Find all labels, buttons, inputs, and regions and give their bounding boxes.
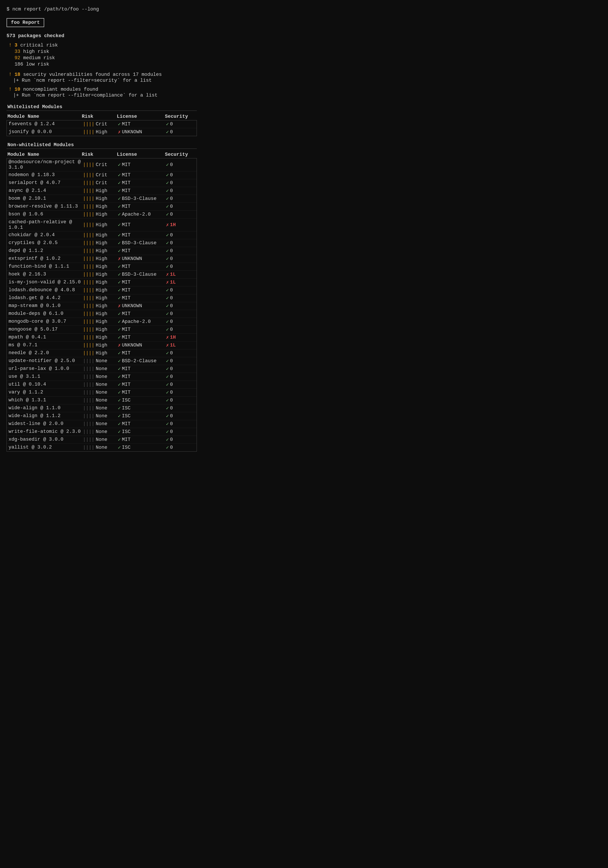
license-value: ISC: [122, 406, 131, 411]
security-cell: ✓ 0: [166, 248, 201, 254]
check-icon: ✓: [166, 211, 169, 217]
whitelisted-section: Whitelisted Modules Module Name Risk Lic…: [6, 104, 197, 136]
table-row: jsonify @ 0.0.0|||| High✗ UNKNOWN✓ 0: [7, 128, 197, 136]
license-cell: ✓ MIT: [118, 350, 166, 356]
license-cell: ✓ MIT: [118, 374, 166, 380]
license-cell: ✓ MIT: [118, 172, 166, 178]
risk-label: Crit: [96, 121, 107, 127]
check-icon: ✓: [118, 180, 121, 186]
module-name: chokidar @ 2.0.4: [9, 232, 83, 238]
table-row: use @ 3.1.1|||| None✓ MIT✓ 0: [7, 373, 197, 381]
table-row: lodash.debounce @ 4.0.8|||| High✓ MIT✓ 0: [7, 287, 197, 294]
security-cell: ✓ 0: [166, 188, 201, 194]
table-row: vary @ 1.1.2|||| None✓ MIT✓ 0: [7, 389, 197, 397]
risk-cell: |||| High: [83, 219, 118, 230]
license-cell: ✓ MIT: [118, 421, 166, 427]
module-name: update-notifier @ 2.5.0: [9, 358, 83, 364]
non-whitelisted-title: Non-whitelisted Modules: [6, 142, 197, 148]
check-icon: ✓: [118, 121, 121, 127]
table-row: yallist @ 3.0.2|||| None✓ ISC✓ 0: [7, 444, 197, 451]
security-value: 0: [170, 398, 173, 403]
risk-bars: ||||: [83, 429, 95, 434]
license-cell: ✓ ISC: [118, 397, 166, 403]
risk-label: None: [96, 421, 107, 427]
risk-label: Crit: [96, 162, 107, 167]
check-icon: ✓: [166, 162, 169, 168]
license-cell: ✓ ISC: [118, 445, 166, 451]
license-cell: ✗ UNKNOWN: [118, 303, 166, 309]
whitelisted-divider: [6, 110, 197, 111]
module-name: async @ 2.1.4: [9, 188, 83, 194]
security-value: 0: [170, 288, 173, 293]
license-value: MIT: [122, 335, 131, 340]
module-name: @nodesource/ncm-project @ 3.1.0: [9, 159, 83, 170]
security-cell: ✓ 0: [166, 421, 201, 427]
risk-cell: |||| High: [83, 350, 118, 356]
table-row: update-notifier @ 2.5.0|||| None✓ BSD-2-…: [7, 357, 197, 365]
check-icon: ✓: [118, 248, 121, 254]
module-name: map-stream @ 0.1.0: [9, 303, 83, 309]
module-name: cryptiles @ 2.0.5: [9, 240, 83, 246]
security-cell: ✓ 0: [166, 358, 201, 364]
check-icon: ✓: [166, 180, 169, 186]
module-name: which @ 1.3.1: [9, 397, 83, 403]
check-icon: ✓: [118, 211, 121, 217]
risk-bars: ||||: [83, 437, 95, 442]
license-value: UNKNOWN: [122, 256, 142, 262]
license-cell: ✓ ISC: [118, 405, 166, 411]
security-value: 0: [170, 212, 173, 217]
table-row: wide-align @ 1.1.0|||| None✓ ISC✓ 0: [7, 405, 197, 412]
check-icon: ✓: [166, 256, 169, 262]
risk-cell: |||| High: [83, 196, 118, 202]
license-value: MIT: [122, 232, 131, 238]
nwl-col-security-header: Security: [165, 152, 200, 157]
check-icon: ✓: [118, 204, 121, 209]
license-value: Apache-2.0: [122, 212, 151, 217]
license-cell: ✓ MIT: [118, 287, 166, 293]
nwl-col-module-header: Module Name: [8, 152, 82, 157]
license-cell: ✓ BSD-2-Clause: [118, 358, 166, 364]
risk-bars: ||||: [83, 172, 95, 178]
compliance-subline: |+ Run `ncm report --filter=compliance` …: [9, 93, 197, 98]
license-cell: ✓ BSD-3-Clause: [118, 240, 166, 246]
license-value: MIT: [122, 437, 131, 442]
risk-bars: ||||: [83, 280, 95, 285]
risk-cell: |||| None: [83, 437, 118, 443]
risk-label: High: [96, 303, 107, 309]
risk-label: High: [96, 240, 107, 246]
risk-label: High: [96, 343, 107, 348]
risk-bars: ||||: [83, 248, 95, 254]
check-icon: ✓: [166, 397, 169, 403]
check-icon: ✓: [118, 311, 121, 317]
security-cell: ✓ 0: [166, 256, 201, 262]
license-value: MIT: [122, 222, 131, 228]
risk-cell: |||| None: [83, 389, 118, 395]
table-row: write-file-atomic @ 2.3.0|||| None✓ ISC✓…: [7, 428, 197, 436]
security-value: 0: [170, 162, 173, 167]
check-icon: ✓: [118, 222, 121, 228]
risk-cell: |||| Crit: [83, 159, 118, 170]
table-row: @nodesource/ncm-project @ 3.1.0|||| Crit…: [7, 158, 197, 171]
check-icon: ✓: [166, 445, 169, 451]
check-icon: ✓: [166, 303, 169, 309]
security-value: 0: [170, 129, 173, 135]
high-risk-line: ! 33 high risk: [9, 49, 197, 54]
packages-checked: 573 packages checked: [6, 33, 197, 39]
terminal-window: $ ncm report /path/to/foo --long foo Rep…: [6, 6, 197, 452]
risk-label: High: [96, 212, 107, 217]
check-icon: ✓: [118, 389, 121, 395]
license-cell: ✓ MIT: [118, 279, 166, 285]
security-cell: ✓ 0: [166, 405, 201, 411]
module-name: vary @ 1.1.2: [9, 389, 83, 395]
low-risk-line: ! 186 low risk: [9, 62, 197, 67]
security-value: 0: [170, 413, 173, 419]
risk-label: High: [96, 248, 107, 254]
compliance-count: 10: [14, 87, 20, 92]
license-value: MIT: [122, 382, 131, 388]
risk-cell: |||| High: [83, 327, 118, 333]
risk-bars: ||||: [83, 421, 95, 427]
license-cell: ✓ MIT: [118, 248, 166, 254]
critical-count: 3: [14, 43, 17, 48]
security-cell: ✓ 0: [166, 413, 201, 419]
risk-cell: |||| None: [83, 366, 118, 372]
